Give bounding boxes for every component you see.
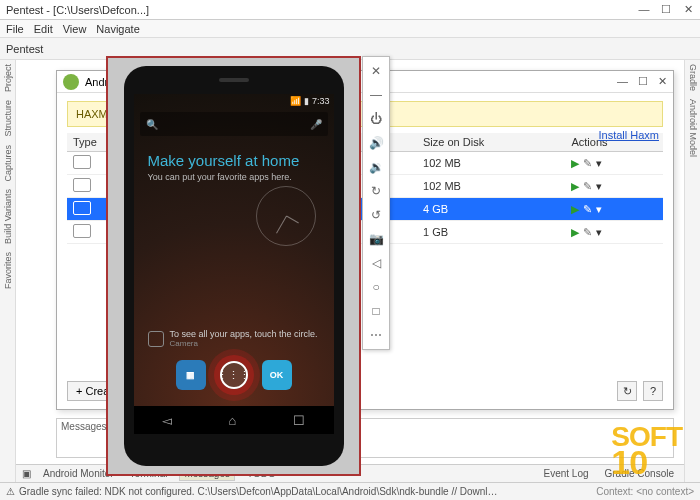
mic-icon[interactable]: 🎤	[310, 119, 322, 130]
cell-size: 4 GB	[417, 198, 565, 221]
emu-screenshot-icon[interactable]: 📷	[368, 231, 384, 247]
cell-size: 102 MB	[417, 152, 565, 175]
more-icon[interactable]: ▾	[596, 180, 602, 192]
menu-navigate[interactable]: Navigate	[96, 23, 139, 35]
status-context: Context: <no context>	[596, 486, 694, 497]
left-tab-structure[interactable]: Structure	[3, 100, 13, 137]
android-statusbar: 📶 ▮ 7:33	[134, 94, 334, 108]
bottom-icon[interactable]: ▣	[22, 468, 31, 479]
emu-more-icon[interactable]: ⋯	[368, 327, 384, 343]
device-type-icon	[73, 155, 91, 169]
left-tab-build-variants[interactable]: Build Variants	[3, 189, 13, 244]
device-type-icon	[73, 201, 91, 215]
emu-minimize-icon[interactable]: —	[368, 87, 384, 103]
warning-icon: ⚠	[6, 486, 15, 497]
search-icon: 🔍	[146, 119, 158, 130]
help-icon[interactable]: ?	[643, 381, 663, 401]
edit-icon[interactable]: ✎	[583, 180, 592, 192]
window-minimize-icon[interactable]: —	[638, 3, 650, 16]
hint-row: To see all your apps, touch the circle. …	[148, 329, 320, 348]
breadcrumb[interactable]: Pentest	[6, 43, 43, 55]
status-time: 7:33	[312, 96, 330, 106]
menu-view[interactable]: View	[63, 23, 87, 35]
emu-power-icon[interactable]: ⏻	[368, 111, 384, 127]
hint-text: To see all your apps, touch the circle.	[170, 329, 318, 339]
left-tab-captures[interactable]: Captures	[3, 145, 13, 182]
left-toolstrip: Project Structure Captures Build Variant…	[0, 60, 16, 482]
right-toolstrip: Gradle Android Model	[684, 60, 700, 482]
emu-home-icon[interactable]: ○	[368, 279, 384, 295]
window-close-icon[interactable]: ✕	[682, 3, 694, 16]
status-bar: ⚠ Gradle sync failed: NDK not configured…	[0, 482, 700, 500]
avd-minimize-icon[interactable]: —	[617, 75, 628, 88]
status-text: Gradle sync failed: NDK not configured. …	[19, 486, 499, 497]
watermark: SOFT 10	[611, 426, 682, 476]
more-icon[interactable]: ▾	[596, 157, 602, 169]
emulator-toolbar: ✕ — ⏻ 🔊 🔉 ↻ ↺ 📷 ◁ ○ □ ⋯	[362, 56, 390, 350]
recents-icon[interactable]: ☐	[293, 413, 305, 428]
cell-size: 102 MB	[417, 175, 565, 198]
col-type[interactable]: Type	[67, 133, 103, 152]
emu-rotate-left-icon[interactable]: ↻	[368, 183, 384, 199]
phone-device: 📶 ▮ 7:33 🔍 🎤 Make yourself at home You c…	[124, 66, 344, 466]
cell-size: 1 GB	[417, 221, 565, 244]
more-icon[interactable]: ▾	[596, 203, 602, 215]
left-tab-favorites[interactable]: Favorites	[3, 252, 13, 289]
play-icon[interactable]: ▶	[571, 157, 579, 169]
onboarding-subline: You can put your favorite apps here.	[148, 172, 292, 182]
hotseat: ▦ ⋮⋮⋮ OK	[134, 356, 334, 394]
clock-widget[interactable]	[256, 186, 316, 246]
search-bar[interactable]: 🔍 🎤	[140, 112, 328, 136]
edit-icon[interactable]: ✎	[583, 226, 592, 238]
play-icon[interactable]: ▶	[571, 226, 579, 238]
edit-icon[interactable]: ✎	[583, 203, 592, 215]
android-navbar: ◅ ⌂ ☐	[134, 406, 334, 434]
play-icon[interactable]: ▶	[571, 180, 579, 192]
menu-edit[interactable]: Edit	[34, 23, 53, 35]
phone-speaker	[219, 78, 249, 82]
edit-icon[interactable]: ✎	[583, 157, 592, 169]
emu-volume-down-icon[interactable]: 🔉	[368, 159, 384, 175]
menubar: File Edit View Navigate	[0, 20, 700, 38]
home-icon[interactable]: ⌂	[229, 413, 237, 428]
col-size[interactable]: Size on Disk	[417, 133, 565, 152]
signal-icon: 📶	[290, 96, 301, 106]
battery-icon: ▮	[304, 96, 309, 106]
menu-file[interactable]: File	[6, 23, 24, 35]
tab-event-log[interactable]: Event Log	[539, 467, 592, 480]
main-area: Android — ☐ ✕ HAXM is Install Haxm Type …	[16, 60, 684, 482]
left-tab-project[interactable]: Project	[3, 64, 13, 92]
camera-icon	[148, 331, 164, 347]
play-icon[interactable]: ▶	[571, 203, 579, 215]
device-type-icon	[73, 178, 91, 192]
emulator-frame: 📶 ▮ 7:33 🔍 🎤 Make yourself at home You c…	[106, 56, 361, 476]
refresh-icon[interactable]: ↻	[617, 381, 637, 401]
right-tab-gradle[interactable]: Gradle	[688, 64, 698, 91]
onboarding-headline: Make yourself at home	[148, 152, 300, 169]
all-apps-icon[interactable]: ⋮⋮⋮	[220, 361, 248, 389]
window-titlebar: Pentest - [C:\Users\Defcon...] — ☐ ✕	[0, 0, 700, 20]
hint-sub: Camera	[170, 339, 318, 348]
avd-maximize-icon[interactable]: ☐	[638, 75, 648, 88]
emu-rotate-right-icon[interactable]: ↺	[368, 207, 384, 223]
emu-close-icon[interactable]: ✕	[368, 63, 384, 79]
app-icon[interactable]: ▦	[176, 360, 206, 390]
emu-overview-icon[interactable]: □	[368, 303, 384, 319]
emu-back-icon[interactable]: ◁	[368, 255, 384, 271]
window-maximize-icon[interactable]: ☐	[660, 3, 672, 16]
watermark-line2: 10	[611, 449, 682, 476]
more-icon[interactable]: ▾	[596, 226, 602, 238]
window-title: Pentest - [C:\Users\Defcon...]	[6, 4, 149, 16]
android-studio-icon	[63, 74, 79, 90]
phone-screen[interactable]: 📶 ▮ 7:33 🔍 🎤 Make yourself at home You c…	[134, 94, 334, 434]
right-tab-android-model[interactable]: Android Model	[688, 99, 698, 157]
back-icon[interactable]: ◅	[162, 413, 172, 428]
avd-close-icon[interactable]: ✕	[658, 75, 667, 88]
install-haxm-link[interactable]: Install Haxm	[598, 129, 659, 141]
device-type-icon	[73, 224, 91, 238]
emu-volume-up-icon[interactable]: 🔊	[368, 135, 384, 151]
ok-button[interactable]: OK	[262, 360, 292, 390]
